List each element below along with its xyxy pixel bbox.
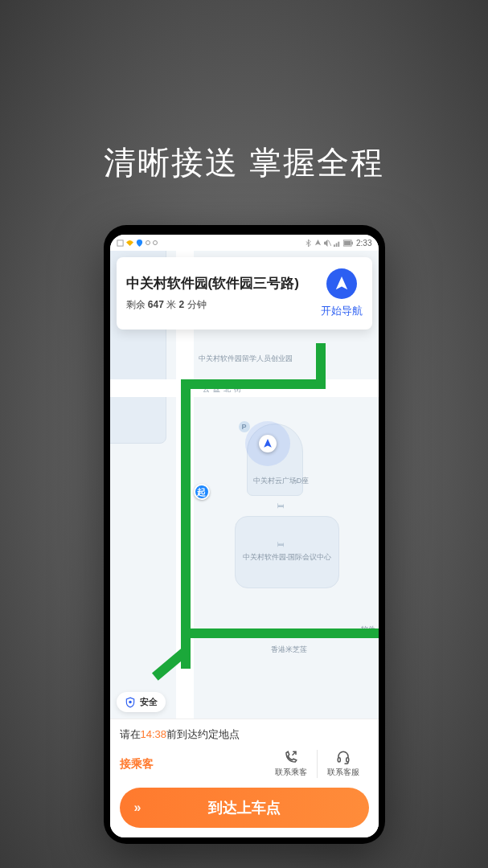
contact-passenger-button[interactable]: 联系乘客	[265, 750, 317, 778]
start-nav-label: 开始导航	[321, 304, 363, 318]
remaining-info: 剩余 647 米 2 分钟	[126, 298, 313, 312]
signal-icon	[334, 240, 341, 247]
bottom-panel: 请在14:38前到达约定地点 接乘客 联系乘客 联系客服 » 到达上车点	[110, 719, 379, 837]
svg-point-8	[129, 700, 132, 703]
chevron-right-icon: »	[134, 800, 139, 815]
contact-service-label: 联系客服	[327, 767, 359, 778]
status-dot-icon	[146, 240, 150, 245]
svg-rect-9	[338, 758, 340, 762]
nav-arrow-icon	[314, 240, 322, 247]
phone-frame: 2:33 中关村软件园留学人员创业园 云盘北街 软件广场路 中关村云广场D座 中…	[104, 225, 385, 844]
parking-icon: P	[239, 421, 250, 432]
arrival-time: 14:38	[141, 728, 167, 740]
arrival-instruction: 请在14:38前到达约定地点	[120, 727, 369, 742]
sim-icon	[117, 240, 124, 247]
map-label-conf: 中关村软件园-国际会议中心	[243, 552, 331, 563]
cta-label: 到达上车点	[208, 798, 281, 817]
pickup-status-label: 接乘客	[120, 757, 154, 772]
hero-title: 清晰接送 掌握全程	[104, 141, 384, 185]
contact-service-button[interactable]: 联系客服	[317, 750, 369, 778]
svg-rect-10	[346, 758, 348, 762]
mute-icon	[324, 240, 331, 247]
screen: 2:33 中关村软件园留学人员创业园 云盘北街 软件广场路 中关村云广场D座 中…	[110, 235, 379, 837]
map-label-park: 中关村软件园留学人员创业园	[199, 354, 279, 364]
status-dot-icon	[153, 240, 158, 245]
navigation-card: 中关村软件园(软件园三号路) 剩余 647 米 2 分钟 开始导航	[117, 257, 372, 330]
map-label-hk: 香港米芝莲	[271, 645, 307, 655]
statusbar: 2:33	[110, 235, 379, 251]
bluetooth-icon	[305, 240, 312, 247]
headset-icon	[336, 750, 351, 764]
svg-rect-2	[334, 244, 335, 247]
svg-rect-6	[351, 241, 353, 244]
statusbar-time: 2:33	[356, 239, 371, 248]
nav-circle-icon	[326, 268, 357, 299]
phone-icon	[284, 750, 298, 764]
svg-rect-7	[344, 240, 351, 244]
route-segment	[181, 628, 379, 638]
svg-rect-0	[117, 240, 122, 245]
shield-icon	[125, 697, 136, 708]
bed-icon: 🛏	[277, 502, 285, 510]
map-label-building-d: 中关村云广场D座	[253, 476, 310, 486]
map-canvas[interactable]: 中关村软件园留学人员创业园 云盘北街 软件广场路 中关村云广场D座 中关村软件园…	[110, 251, 379, 719]
svg-rect-3	[336, 243, 338, 247]
contact-passenger-label: 联系乘客	[275, 767, 307, 778]
safety-button[interactable]: 安全	[117, 692, 166, 712]
start-navigation-button[interactable]: 开始导航	[321, 268, 363, 318]
nav-arrow-icon	[263, 439, 273, 448]
safety-label: 安全	[140, 696, 158, 708]
start-marker: 起	[194, 484, 210, 500]
svg-rect-4	[338, 241, 339, 246]
bed-icon: 🛏	[277, 540, 285, 548]
wifi-icon	[126, 240, 133, 247]
svg-line-1	[328, 240, 331, 245]
arrive-pickup-button[interactable]: » 到达上车点	[120, 788, 369, 828]
destination-name: 中关村软件园(软件园三号路)	[126, 275, 313, 293]
route-segment	[181, 379, 191, 669]
route-segment	[181, 379, 326, 389]
location-pin-icon	[136, 240, 143, 247]
route-segment	[316, 343, 326, 389]
battery-icon	[343, 240, 354, 247]
